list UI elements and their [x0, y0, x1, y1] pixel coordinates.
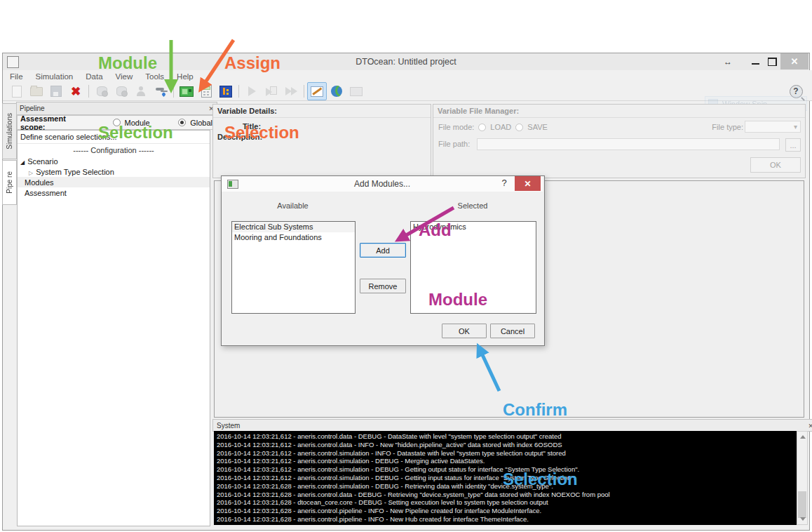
annotation-assign-selection: Assign Selection: [224, 5, 299, 190]
new-project-button[interactable]: [7, 82, 27, 100]
file-mode-row: File mode: LOAD SAVE: [438, 123, 548, 131]
annotation-add-module: Add Module: [419, 172, 487, 357]
file-manager-header: Variable File Manager:: [433, 105, 805, 118]
close-window-button[interactable]: ✕: [780, 53, 808, 69]
global-radio-label[interactable]: Global: [190, 119, 212, 127]
maximize-button[interactable]: [764, 53, 780, 69]
design-mode-icon: [311, 86, 323, 97]
display-button[interactable]: [346, 82, 366, 100]
file-mode-label: File mode:: [438, 123, 474, 131]
dialog-close-button[interactable]: ✕: [515, 176, 541, 191]
file-path-label: File path:: [438, 140, 470, 148]
module-selection-icon: [180, 86, 194, 97]
module-selection-button[interactable]: [177, 82, 196, 100]
annotation-line: Confirm: [503, 398, 578, 421]
toolbar-separator: [173, 85, 174, 98]
annotation-line: Module: [98, 51, 173, 74]
available-label: Available: [231, 201, 354, 210]
tab-simulations-label: Simulations: [6, 113, 13, 149]
toolbar-separator: [88, 85, 89, 98]
file-manager-ok-button[interactable]: OK: [750, 157, 801, 173]
save-project-button[interactable]: [46, 82, 66, 100]
available-list[interactable]: Electrical Sub Systems Mooring and Found…: [231, 221, 356, 314]
file-path-input[interactable]: [477, 138, 780, 150]
browse-button[interactable]: ...: [785, 138, 801, 152]
globe-button[interactable]: [327, 82, 346, 100]
assign-selection-icon: [201, 85, 212, 98]
toolbar-separator: [304, 85, 304, 98]
tab-pipeline-label: Pipe re: [6, 171, 13, 194]
annotation-line: Selection: [503, 467, 578, 491]
tab-simulations[interactable]: Simulations: [2, 103, 17, 159]
global-radio[interactable]: [178, 119, 186, 126]
globe-icon: [331, 86, 342, 97]
add-button[interactable]: Add: [360, 243, 406, 258]
annotation-line: Assign: [224, 51, 299, 74]
design-mode-button[interactable]: [307, 82, 327, 100]
remove-button[interactable]: Remove: [360, 279, 406, 293]
file-manager-panel: Variable File Manager: File mode: LOAD S…: [433, 104, 806, 178]
save-radio-label[interactable]: SAVE: [527, 123, 548, 131]
close-panel-icon[interactable]: [808, 422, 812, 430]
annotation-confirm-selection: Confirm Selection: [503, 352, 578, 532]
display-icon: [350, 87, 363, 96]
save-radio[interactable]: [515, 124, 523, 131]
scroll-down-icon[interactable]: [800, 517, 806, 521]
tree-item-label: Assessment: [25, 189, 67, 197]
tree-item-label: Scenario: [27, 157, 57, 166]
save-icon: [50, 86, 62, 97]
menu-help[interactable]: Help: [177, 72, 194, 81]
file-type-label: File type:: [712, 123, 743, 131]
pipeline-panel-title: Pipeline: [20, 105, 45, 112]
menu-simulation[interactable]: Simulation: [36, 72, 74, 81]
list-item[interactable]: Electrical Sub Systems: [232, 222, 355, 232]
annotation-module-selection: Module Selection: [98, 5, 173, 190]
tree-item-label: Modules: [25, 178, 54, 187]
load-radio[interactable]: [478, 124, 486, 131]
new-document-icon: [12, 86, 22, 98]
dialog-help-button[interactable]: ?: [498, 178, 510, 190]
load-radio-label[interactable]: LOAD: [490, 123, 511, 131]
resize-icon[interactable]: ↔: [722, 56, 733, 67]
tree-collapsed-icon[interactable]: [29, 168, 36, 176]
scrollbar-thumb[interactable]: [798, 491, 806, 518]
tree-expanded-icon[interactable]: [20, 157, 27, 166]
list-item[interactable]: Mooring and Foundations: [232, 232, 355, 243]
minimize-button[interactable]: [747, 53, 763, 69]
scroll-up-icon[interactable]: [800, 435, 806, 439]
annotation-line: Selection: [98, 121, 173, 144]
system-panel-title: System: [217, 422, 240, 430]
assign-selection-button[interactable]: [196, 82, 216, 100]
close-project-icon: ✖: [71, 86, 81, 98]
menu-file[interactable]: File: [10, 72, 23, 81]
annotation-line: Selection: [224, 121, 299, 144]
folder-icon: [30, 87, 43, 96]
close-project-button[interactable]: ✖: [66, 82, 86, 100]
open-project-button[interactable]: [27, 82, 46, 100]
screenshot-canvas: DTOcean: Untitled project ↔ ✕ File Simul…: [0, 0, 812, 532]
dialog-cancel-button[interactable]: Cancel: [490, 324, 535, 338]
assessment-scope-label: Assessment scope:: [20, 114, 90, 131]
annotation-line: Add: [419, 218, 487, 241]
annotation-line: Module: [428, 288, 487, 311]
file-type-select[interactable]: [745, 121, 801, 133]
log-scrollbar[interactable]: [797, 431, 808, 525]
tab-pipeline[interactable]: Pipe re: [2, 160, 17, 205]
